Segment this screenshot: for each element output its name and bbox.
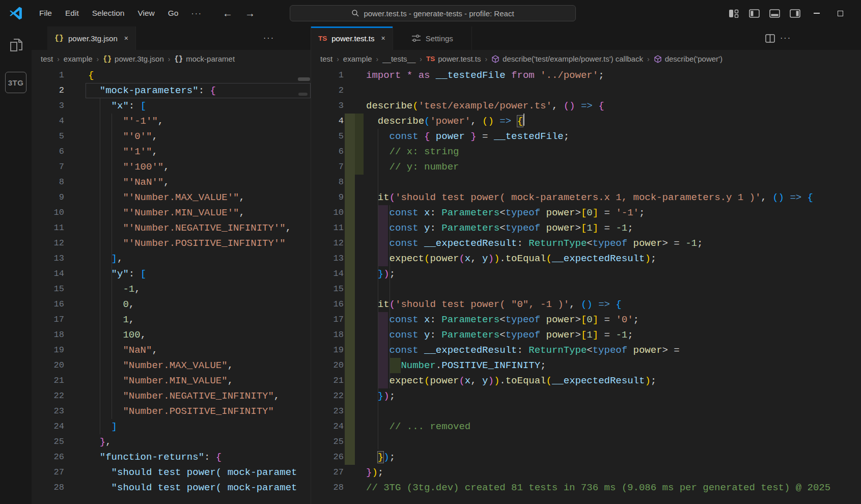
code-line[interactable]: 16 it('should test power( "0", -1 )', ()…	[311, 297, 861, 312]
code-line[interactable]: 21 "Number.MIN_VALUE",	[32, 373, 311, 388]
code-line[interactable]: 15 -1,	[32, 282, 311, 297]
code-line[interactable]: 23 "Number.POSITIVE_INFINITY"	[32, 404, 311, 419]
editor-power-3tg-json[interactable]: 1{2 "mock-parameters": {3 "x": [4 "'-1'"…	[32, 68, 311, 504]
tab-power-3tg-json[interactable]: {} power.3tg.json ×	[47, 26, 136, 50]
breadcrumb-item[interactable]: {}mock-paramet	[174, 54, 235, 63]
line-number: 23	[32, 404, 64, 419]
back-arrow-icon[interactable]: ←	[223, 8, 233, 18]
editor-actions-more-icon[interactable]: ···	[263, 34, 274, 43]
toggle-panel-icon[interactable]	[764, 4, 785, 22]
menu-view[interactable]: View	[131, 6, 161, 21]
code-line[interactable]: 1import * as __testedFile from '../power…	[311, 68, 861, 83]
tab-power-test-ts[interactable]: TS power.test.ts ×	[311, 26, 393, 50]
code-line[interactable]: 3describe('test/example/power.ts', () =>…	[311, 98, 861, 114]
breadcrumb-item[interactable]: example	[64, 54, 93, 63]
forward-arrow-icon[interactable]: →	[245, 8, 255, 18]
code-line[interactable]: 3 "x": [	[32, 98, 311, 114]
code-line[interactable]: 18 const y: Parameters<typeof power>[1] …	[311, 327, 861, 343]
toggle-secondary-sidebar-icon[interactable]	[785, 4, 805, 22]
code-line[interactable]: 5 "'0'",	[32, 129, 311, 144]
code-line[interactable]: 15	[311, 282, 861, 297]
explorer-files-icon[interactable]	[4, 34, 28, 58]
split-editor-icon[interactable]	[765, 34, 775, 43]
code-line[interactable]: 1{	[32, 68, 311, 83]
code-line[interactable]: 14 "y": [	[32, 266, 311, 282]
code-line[interactable]: 14 });	[311, 266, 861, 282]
breadcrumb-item[interactable]: test	[320, 54, 332, 63]
code-line[interactable]: 28 "should test power( mock-paramet	[32, 480, 311, 495]
breadcrumb-item[interactable]: __tests__	[382, 54, 415, 63]
code-line[interactable]: 27 "should test power( mock-paramet	[32, 465, 311, 480]
code-line[interactable]: 11 "'Number.NEGATIVE_INFINITY'",	[32, 220, 311, 236]
code-line[interactable]: 6 "'1'",	[32, 144, 311, 159]
breadcrumb-item[interactable]: describe('test/example/power.ts') callba…	[491, 54, 643, 63]
breadcrumb-item[interactable]: describe('power')	[654, 54, 723, 63]
code-line[interactable]: 16 0,	[32, 297, 311, 312]
code-line[interactable]: 12 const __expectedResult: ReturnType<ty…	[311, 236, 861, 251]
toggle-primary-sidebar-icon[interactable]	[744, 4, 764, 22]
code-line[interactable]: 4 describe('power', () => {	[311, 114, 861, 129]
code-line[interactable]: 17 1,	[32, 312, 311, 327]
editor-power-test-ts[interactable]: 1import * as __testedFile from '../power…	[311, 68, 861, 504]
code-line[interactable]: 24 // ... removed	[311, 419, 861, 434]
code-line[interactable]: 10 const x: Parameters<typeof power>[0] …	[311, 205, 861, 220]
code-line[interactable]: 19 const __expectedResult: ReturnType<ty…	[311, 343, 861, 358]
minimize-button[interactable]	[805, 0, 828, 26]
code-line[interactable]: 11 const y: Parameters<typeof power>[1] …	[311, 220, 861, 236]
code-line[interactable]: 9 "'Number.MAX_VALUE'",	[32, 190, 311, 205]
command-center[interactable]: power.test.ts - generate-tests - profile…	[290, 5, 576, 21]
code-line[interactable]: 9 it('should test power( mock-parameters…	[311, 190, 861, 205]
maximize-button[interactable]	[828, 0, 852, 26]
code-line[interactable]: 8	[311, 175, 861, 190]
code-line[interactable]: 6 // x: string	[311, 144, 861, 159]
code-line[interactable]: 27});	[311, 465, 861, 480]
menu-edit[interactable]: Edit	[59, 6, 86, 21]
breadcrumb-item[interactable]: TSpower.test.ts	[426, 54, 481, 63]
code-line[interactable]: 8 "'NaN'",	[32, 175, 311, 190]
code-line[interactable]: 10 "'Number.MIN_VALUE'",	[32, 205, 311, 220]
customize-layout-icon[interactable]	[724, 4, 744, 22]
code-line[interactable]: 22 "Number.NEGATIVE_INFINITY",	[32, 388, 311, 404]
code-line[interactable]: 17 const x: Parameters<typeof power>[0] …	[311, 312, 861, 327]
menu-go[interactable]: Go	[161, 6, 185, 21]
code-line[interactable]: 23	[311, 404, 861, 419]
tab-close-icon[interactable]: ×	[381, 34, 385, 42]
scrollbar-slider[interactable]	[298, 93, 308, 96]
close-button[interactable]: ✕	[852, 0, 861, 26]
code-line[interactable]: 5 const { power } = __testedFile;	[311, 129, 861, 144]
code-line[interactable]: 21 expect(power(x, y)).toEqual(__expecte…	[311, 373, 861, 388]
code-line[interactable]: 2 "mock-parameters": {	[32, 83, 311, 98]
menu-more-button[interactable]: ···	[185, 6, 208, 21]
code-line[interactable]: 26 "function-returns": {	[32, 450, 311, 465]
menu-file[interactable]: File	[33, 6, 59, 21]
code-line[interactable]: 26 });	[311, 450, 861, 465]
code-line[interactable]: 20 Number.POSITIVE_INFINITY;	[311, 358, 861, 373]
menu-selection[interactable]: Selection	[86, 6, 131, 21]
code-line[interactable]: 4 "'-1'",	[32, 114, 311, 129]
breadcrumb-item[interactable]: test	[41, 54, 53, 63]
code-text: "'Number.MAX_VALUE'",	[88, 190, 245, 205]
code-line[interactable]: 22 });	[311, 388, 861, 404]
code-line[interactable]: 18 100,	[32, 327, 311, 343]
code-text: });	[366, 465, 383, 480]
code-line[interactable]: 25	[311, 434, 861, 450]
code-line[interactable]: 28// 3TG (3tg.dev) created 81 tests in 7…	[311, 480, 861, 495]
breadcrumb-item[interactable]: example	[343, 54, 372, 63]
code-line[interactable]: 19 "NaN",	[32, 343, 311, 358]
tab-close-icon[interactable]: ×	[124, 34, 128, 42]
tab-settings[interactable]: Settings	[393, 26, 472, 50]
code-line[interactable]: 24 ]	[32, 419, 311, 434]
breadcrumb-item[interactable]: {}power.3tg.json	[103, 54, 164, 63]
code-line[interactable]: 7 "'100'",	[32, 159, 311, 175]
scrollbar-slider[interactable]	[298, 77, 310, 81]
3tg-extension-icon[interactable]: 3TG	[4, 70, 28, 95]
code-line[interactable]: 13 ],	[32, 251, 311, 266]
code-line[interactable]: 2	[311, 83, 861, 98]
title-bar: FileEditSelectionViewGo ··· ← → power.te…	[0, 0, 861, 26]
code-line[interactable]: 13 expect(power(x, y)).toEqual(__expecte…	[311, 251, 861, 266]
editor-actions-more-icon[interactable]: ···	[780, 34, 791, 43]
code-line[interactable]: 20 "Number.MAX_VALUE",	[32, 358, 311, 373]
code-line[interactable]: 12 "'Number.POSITIVE_INFINITY'"	[32, 236, 311, 251]
code-line[interactable]: 7 // y: number	[311, 159, 861, 175]
code-line[interactable]: 25 },	[32, 434, 311, 450]
